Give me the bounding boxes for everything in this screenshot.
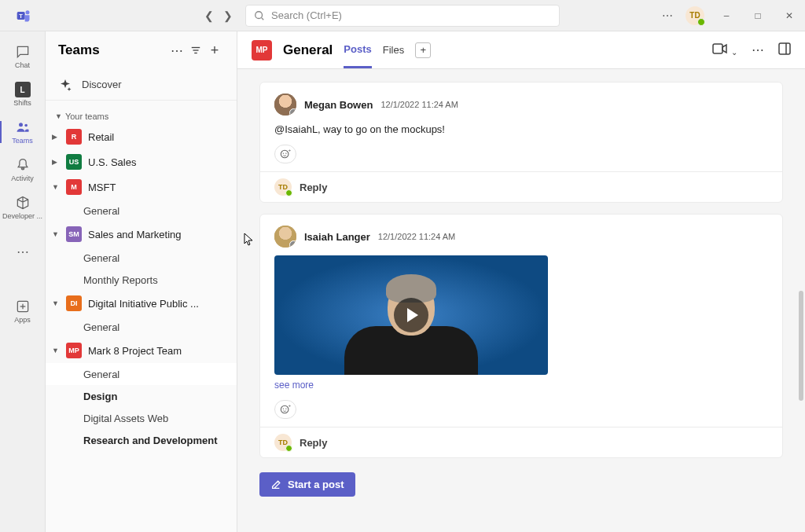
channel-sm-general[interactable]: General	[46, 247, 237, 269]
tab-posts[interactable]: Posts	[344, 32, 371, 68]
avatar	[274, 94, 296, 116]
svg-point-18	[285, 152, 286, 153]
message-feed[interactable]: Megan Bowen 12/1/2022 11:24 AM @IsaiahL,…	[237, 69, 805, 532]
discover-button[interactable]: Discover	[46, 69, 237, 101]
search-placeholder: Search (Ctrl+E)	[271, 9, 342, 21]
bell-icon	[15, 157, 31, 173]
titlebar-more-button[interactable]: ⋯	[662, 9, 673, 22]
chevron-down-icon: ⌄	[731, 48, 737, 57]
team-us-sales[interactable]: ▶USU.S. Sales	[46, 149, 237, 174]
teams-more-button[interactable]: ⋯	[167, 41, 186, 60]
channel-more-button[interactable]: ⋯	[752, 42, 764, 57]
apps-icon	[15, 299, 31, 314]
rail-developer[interactable]: Developer ...	[0, 189, 45, 226]
message-text: @IsaiahL, way to go on the mockups!	[274, 123, 768, 135]
main-content: MP General Posts Files + ⌄ ⋯ Megan Bowen…	[237, 31, 805, 532]
team-retail[interactable]: ▶RRetail	[46, 124, 237, 149]
back-button[interactable]: ❮	[204, 9, 214, 22]
see-more-link[interactable]: see more	[274, 380, 768, 391]
svg-point-17	[283, 152, 284, 153]
channel-mark8-design[interactable]: Design	[46, 385, 237, 407]
svg-point-6	[24, 124, 28, 127]
teams-panel: Teams ⋯ + Discover ▼Your teams ▶RRetail …	[46, 31, 237, 532]
teams-logo-icon: T	[16, 8, 31, 24]
svg-point-20	[281, 405, 289, 413]
svg-point-21	[283, 408, 284, 409]
channel-mark8-research[interactable]: Research and Development	[46, 429, 237, 451]
channel-sm-monthly-reports[interactable]: Monthly Reports	[46, 269, 237, 291]
message-card: Isaiah Langer 12/1/2022 11:24 AM see mor…	[259, 214, 783, 458]
team-digital-initiative[interactable]: ▼DIDigital Initiative Public ...	[46, 291, 237, 316]
search-input[interactable]: Search (Ctrl+E)	[245, 5, 560, 27]
channel-di-general[interactable]: General	[46, 316, 237, 338]
tab-files[interactable]: Files	[383, 33, 404, 67]
message-card: Megan Bowen 12/1/2022 11:24 AM @IsaiahL,…	[259, 82, 783, 203]
your-teams-section[interactable]: ▼Your teams	[46, 108, 237, 124]
search-icon	[254, 10, 265, 21]
channel-mark8-digital-assets[interactable]: Digital Assets Web	[46, 407, 237, 429]
rail-apps[interactable]: Apps	[0, 292, 45, 330]
add-tab-button[interactable]: +	[415, 42, 431, 58]
rail-teams[interactable]: Teams	[0, 113, 45, 151]
channel-header: MP General Posts Files + ⌄ ⋯	[237, 31, 805, 69]
message-author: Megan Bowen	[304, 99, 373, 111]
meet-button[interactable]: ⌄	[712, 42, 737, 58]
team-mark8[interactable]: ▼MPMark 8 Project Team	[46, 338, 237, 363]
channel-title: General	[283, 42, 333, 58]
rail-activity[interactable]: Activity	[0, 151, 45, 189]
message-timestamp: 12/1/2022 11:24 AM	[380, 100, 458, 109]
app-rail: Chat L Shifts Teams Activity Developer .…	[0, 31, 46, 532]
chat-icon	[15, 44, 31, 60]
scrollbar-thumb[interactable]	[799, 291, 803, 401]
reply-avatar: TD	[274, 434, 292, 451]
svg-text:+: +	[289, 404, 292, 408]
svg-point-16	[281, 150, 289, 158]
rail-chat[interactable]: Chat	[0, 38, 45, 75]
reply-button[interactable]: TD Reply	[260, 427, 782, 457]
teams-list: ▼Your teams ▶RRetail ▶USU.S. Sales ▼MMSF…	[46, 101, 237, 459]
play-button[interactable]	[394, 298, 428, 332]
emoji-plus-icon: +	[280, 149, 291, 160]
maximize-button[interactable]: □	[748, 6, 767, 25]
add-reaction-button[interactable]: +	[274, 145, 296, 163]
channel-msft-general[interactable]: General	[46, 200, 237, 222]
add-reaction-button[interactable]: +	[274, 400, 296, 419]
message-author: Isaiah Langer	[304, 231, 370, 243]
rail-more[interactable]: ⋯	[0, 233, 45, 270]
emoji-plus-icon: +	[280, 404, 291, 415]
sparkle-icon	[58, 78, 72, 92]
cube-icon	[15, 195, 31, 211]
team-sales-marketing[interactable]: ▼SMSales and Marketing	[46, 222, 237, 247]
svg-rect-14	[779, 43, 790, 54]
message-timestamp: 12/1/2022 11:24 AM	[378, 232, 455, 241]
titlebar: T ❮ ❯ Search (Ctrl+E) ⋯ TD – □ ✕	[0, 0, 805, 31]
play-icon	[407, 308, 418, 322]
avatar	[274, 226, 296, 248]
svg-text:T: T	[19, 12, 23, 19]
teams-panel-header: Teams ⋯ +	[46, 31, 237, 69]
reply-avatar: TD	[274, 178, 292, 196]
svg-point-3	[255, 11, 263, 18]
channel-mark8-general[interactable]: General	[46, 363, 237, 385]
start-post-button[interactable]: Start a post	[259, 472, 355, 497]
open-pane-button[interactable]	[778, 42, 791, 58]
filter-button[interactable]	[186, 41, 205, 60]
svg-point-2	[26, 10, 30, 14]
teams-icon	[15, 119, 31, 135]
pane-icon	[778, 42, 791, 55]
svg-point-22	[285, 408, 286, 409]
create-team-button[interactable]: +	[205, 41, 224, 60]
video-attachment[interactable]	[274, 255, 548, 375]
svg-line-4	[262, 17, 264, 20]
svg-text:+: +	[289, 149, 292, 152]
minimize-button[interactable]: –	[717, 6, 736, 25]
svg-rect-13	[713, 44, 722, 53]
video-icon	[712, 42, 728, 55]
team-msft[interactable]: ▼MMSFT	[46, 174, 237, 200]
close-button[interactable]: ✕	[780, 6, 799, 25]
rail-shifts[interactable]: L Shifts	[0, 75, 45, 113]
channel-avatar: MP	[252, 40, 272, 61]
reply-button[interactable]: TD Reply	[260, 171, 782, 202]
forward-button[interactable]: ❯	[223, 9, 233, 22]
user-avatar[interactable]: TD	[686, 6, 704, 25]
